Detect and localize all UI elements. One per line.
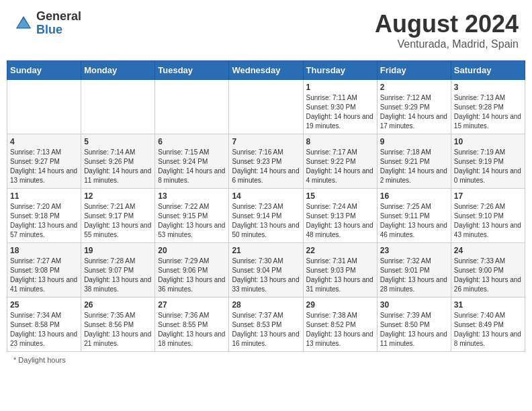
day-of-week-header: Sunday bbox=[7, 61, 81, 80]
day-cell: 22Sunrise: 7:31 AM Sunset: 9:03 PM Dayli… bbox=[303, 243, 377, 298]
day-cell: 1Sunrise: 7:11 AM Sunset: 9:30 PM Daylig… bbox=[303, 80, 377, 134]
day-info: Sunrise: 7:35 AM Sunset: 8:56 PM Dayligh… bbox=[84, 311, 152, 349]
day-number: 21 bbox=[232, 246, 300, 255]
day-info: Sunrise: 7:18 AM Sunset: 9:21 PM Dayligh… bbox=[380, 148, 448, 185]
day-info: Sunrise: 7:34 AM Sunset: 8:58 PM Dayligh… bbox=[10, 311, 78, 349]
day-info: Sunrise: 7:27 AM Sunset: 9:08 PM Dayligh… bbox=[10, 257, 78, 294]
days-of-week-row: SundayMondayTuesdayWednesdayThursdayFrid… bbox=[7, 61, 525, 80]
day-of-week-header: Thursday bbox=[303, 61, 377, 80]
day-number: 12 bbox=[84, 191, 152, 201]
day-info: Sunrise: 7:31 AM Sunset: 9:03 PM Dayligh… bbox=[306, 257, 374, 294]
day-cell: 23Sunrise: 7:32 AM Sunset: 9:01 PM Dayli… bbox=[377, 243, 451, 298]
day-cell bbox=[81, 80, 155, 134]
day-cell: 8Sunrise: 7:17 AM Sunset: 9:22 PM Daylig… bbox=[303, 134, 377, 189]
day-of-week-header: Tuesday bbox=[155, 61, 229, 80]
day-info: Sunrise: 7:36 AM Sunset: 8:55 PM Dayligh… bbox=[158, 311, 226, 349]
logo-general-text: General bbox=[36, 10, 81, 24]
day-info: Sunrise: 7:12 AM Sunset: 9:29 PM Dayligh… bbox=[380, 93, 448, 131]
calendar-header: SundayMondayTuesdayWednesdayThursdayFrid… bbox=[7, 61, 525, 80]
week-row: 4Sunrise: 7:13 AM Sunset: 9:27 PM Daylig… bbox=[7, 134, 525, 189]
location-title: Venturada, Madrid, Spain bbox=[375, 38, 519, 50]
day-cell: 20Sunrise: 7:29 AM Sunset: 9:06 PM Dayli… bbox=[155, 243, 229, 298]
day-number: 5 bbox=[84, 137, 152, 146]
day-info: Sunrise: 7:21 AM Sunset: 9:17 PM Dayligh… bbox=[84, 202, 152, 240]
day-info: Sunrise: 7:14 AM Sunset: 9:26 PM Dayligh… bbox=[84, 148, 152, 185]
day-cell: 24Sunrise: 7:33 AM Sunset: 9:00 PM Dayli… bbox=[451, 243, 525, 298]
day-number: 9 bbox=[380, 137, 448, 146]
day-number: 22 bbox=[306, 246, 374, 255]
day-number: 25 bbox=[10, 300, 78, 310]
day-cell: 26Sunrise: 7:35 AM Sunset: 8:56 PM Dayli… bbox=[81, 298, 155, 352]
day-cell: 10Sunrise: 7:19 AM Sunset: 9:19 PM Dayli… bbox=[451, 134, 525, 189]
week-row: 11Sunrise: 7:20 AM Sunset: 9:18 PM Dayli… bbox=[7, 189, 525, 243]
day-number: 11 bbox=[10, 191, 78, 201]
day-info: Sunrise: 7:25 AM Sunset: 9:11 PM Dayligh… bbox=[380, 202, 448, 240]
day-info: Sunrise: 7:20 AM Sunset: 9:18 PM Dayligh… bbox=[10, 202, 78, 240]
day-cell: 25Sunrise: 7:34 AM Sunset: 8:58 PM Dayli… bbox=[7, 298, 81, 352]
day-info: Sunrise: 7:19 AM Sunset: 9:19 PM Dayligh… bbox=[454, 148, 522, 185]
day-info: Sunrise: 7:24 AM Sunset: 9:13 PM Dayligh… bbox=[306, 202, 374, 240]
header: General Blue August 2024 Venturada, Madr… bbox=[7, 7, 525, 54]
day-number: 26 bbox=[84, 300, 152, 310]
day-cell bbox=[229, 80, 303, 134]
day-cell: 4Sunrise: 7:13 AM Sunset: 9:27 PM Daylig… bbox=[7, 134, 81, 189]
month-title: August 2024 bbox=[375, 10, 519, 38]
day-cell: 19Sunrise: 7:28 AM Sunset: 9:07 PM Dayli… bbox=[81, 243, 155, 298]
day-cell: 29Sunrise: 7:38 AM Sunset: 8:52 PM Dayli… bbox=[303, 298, 377, 352]
day-info: Sunrise: 7:13 AM Sunset: 9:27 PM Dayligh… bbox=[10, 148, 78, 185]
day-of-week-header: Friday bbox=[377, 61, 451, 80]
day-number: 17 bbox=[454, 191, 522, 201]
day-number: 29 bbox=[306, 300, 374, 310]
day-number: 18 bbox=[10, 246, 78, 255]
day-number: 16 bbox=[380, 191, 448, 201]
day-number: 30 bbox=[380, 300, 448, 310]
day-cell: 15Sunrise: 7:24 AM Sunset: 9:13 PM Dayli… bbox=[303, 189, 377, 243]
week-row: 1Sunrise: 7:11 AM Sunset: 9:30 PM Daylig… bbox=[7, 80, 525, 134]
day-info: Sunrise: 7:30 AM Sunset: 9:04 PM Dayligh… bbox=[232, 257, 300, 294]
day-number: 24 bbox=[454, 246, 522, 255]
day-info: Sunrise: 7:40 AM Sunset: 8:49 PM Dayligh… bbox=[454, 311, 522, 349]
day-cell bbox=[155, 80, 229, 134]
day-number: 20 bbox=[158, 246, 226, 255]
day-number: 8 bbox=[306, 137, 374, 146]
day-number: 6 bbox=[158, 137, 226, 146]
day-info: Sunrise: 7:37 AM Sunset: 8:53 PM Dayligh… bbox=[232, 311, 300, 349]
footer-note: * Daylight hours bbox=[7, 356, 525, 364]
day-cell: 13Sunrise: 7:22 AM Sunset: 9:15 PM Dayli… bbox=[155, 189, 229, 243]
day-number: 10 bbox=[454, 137, 522, 146]
day-number: 14 bbox=[232, 191, 300, 201]
day-info: Sunrise: 7:17 AM Sunset: 9:22 PM Dayligh… bbox=[306, 148, 374, 185]
day-number: 3 bbox=[454, 83, 522, 92]
day-cell: 16Sunrise: 7:25 AM Sunset: 9:11 PM Dayli… bbox=[377, 189, 451, 243]
day-info: Sunrise: 7:22 AM Sunset: 9:15 PM Dayligh… bbox=[158, 202, 226, 240]
day-of-week-header: Wednesday bbox=[229, 61, 303, 80]
day-info: Sunrise: 7:16 AM Sunset: 9:23 PM Dayligh… bbox=[232, 148, 300, 185]
day-number: 2 bbox=[380, 83, 448, 92]
day-cell: 5Sunrise: 7:14 AM Sunset: 9:26 PM Daylig… bbox=[81, 134, 155, 189]
calendar-table: SundayMondayTuesdayWednesdayThursdayFrid… bbox=[7, 60, 525, 352]
logo-blue-text: Blue bbox=[36, 24, 81, 37]
day-info: Sunrise: 7:23 AM Sunset: 9:14 PM Dayligh… bbox=[232, 202, 300, 240]
day-info: Sunrise: 7:11 AM Sunset: 9:30 PM Dayligh… bbox=[306, 93, 374, 131]
day-cell: 27Sunrise: 7:36 AM Sunset: 8:55 PM Dayli… bbox=[155, 298, 229, 352]
week-row: 25Sunrise: 7:34 AM Sunset: 8:58 PM Dayli… bbox=[7, 298, 525, 352]
day-number: 23 bbox=[380, 246, 448, 255]
day-cell: 18Sunrise: 7:27 AM Sunset: 9:08 PM Dayli… bbox=[7, 243, 81, 298]
day-of-week-header: Saturday bbox=[451, 61, 525, 80]
day-cell: 2Sunrise: 7:12 AM Sunset: 9:29 PM Daylig… bbox=[377, 80, 451, 134]
logo-icon bbox=[13, 13, 34, 34]
day-info: Sunrise: 7:29 AM Sunset: 9:06 PM Dayligh… bbox=[158, 257, 226, 294]
day-cell: 28Sunrise: 7:37 AM Sunset: 8:53 PM Dayli… bbox=[229, 298, 303, 352]
day-cell: 21Sunrise: 7:30 AM Sunset: 9:04 PM Dayli… bbox=[229, 243, 303, 298]
day-number: 4 bbox=[10, 137, 78, 146]
day-number: 28 bbox=[232, 300, 300, 310]
day-cell: 11Sunrise: 7:20 AM Sunset: 9:18 PM Dayli… bbox=[7, 189, 81, 243]
day-cell: 31Sunrise: 7:40 AM Sunset: 8:49 PM Dayli… bbox=[451, 298, 525, 352]
logo: General Blue bbox=[13, 10, 81, 37]
day-cell bbox=[7, 80, 81, 134]
footer-note-text: Daylight hours bbox=[18, 356, 65, 364]
day-info: Sunrise: 7:39 AM Sunset: 8:50 PM Dayligh… bbox=[380, 311, 448, 349]
day-cell: 30Sunrise: 7:39 AM Sunset: 8:50 PM Dayli… bbox=[377, 298, 451, 352]
day-cell: 6Sunrise: 7:15 AM Sunset: 9:24 PM Daylig… bbox=[155, 134, 229, 189]
day-cell: 12Sunrise: 7:21 AM Sunset: 9:17 PM Dayli… bbox=[81, 189, 155, 243]
